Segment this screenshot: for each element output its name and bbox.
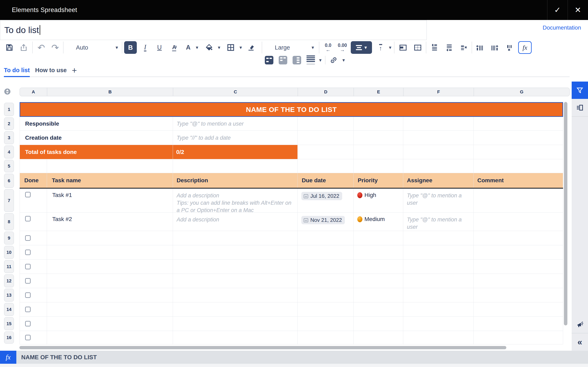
cell[interactable] [298,331,354,344]
cell[interactable] [474,302,563,317]
cell-due-date[interactable]: Nov 21, 2022 [298,213,354,231]
underline-button[interactable]: U [154,41,165,54]
cell[interactable] [403,159,474,173]
feedback-button[interactable] [572,316,588,333]
row-header-16[interactable]: 16 [4,332,14,343]
cell[interactable] [298,131,354,145]
font-size-dropdown[interactable]: Large ▾ [272,41,316,54]
task-done-checkbox[interactable] [25,307,31,312]
cell-done[interactable] [20,213,47,231]
cell-priority[interactable]: High [354,189,403,213]
increase-decimal-button[interactable]: 0.00→ [336,41,349,54]
cell-description[interactable]: Add a description Tips: you can add line… [173,189,298,213]
insert-row-above-button[interactable] [428,41,440,54]
cell[interactable] [354,131,403,145]
date-chip[interactable]: Nov 21, 2022 [301,216,345,224]
header-description[interactable]: Description [173,173,298,188]
cell[interactable] [20,231,47,245]
cell[interactable] [20,288,47,302]
cell-comment[interactable] [474,213,563,231]
horizontal-align-button[interactable]: ▾ [351,41,372,54]
vertical-align-button[interactable]: ↑ [375,41,386,54]
delete-row-button[interactable] [457,41,470,54]
cell[interactable] [20,159,47,173]
confirm-button[interactable]: ✓ [547,0,568,20]
text-color-button[interactable]: A [183,41,194,54]
table-style-sidebar-button[interactable] [291,55,303,65]
formula-fx-button[interactable]: fx [0,351,16,364]
select-all-button[interactable] [4,88,11,95]
decrease-decimal-button[interactable]: 0.0← [322,41,334,54]
cell[interactable] [354,231,403,245]
cell[interactable] [354,145,403,159]
bold-button[interactable]: B [124,41,137,54]
superscript-button[interactable]: A [168,41,180,54]
column-header-a[interactable]: A [20,88,47,96]
line-style-button[interactable] [305,55,316,65]
cell-assignee[interactable]: Type "@" to mention a user [403,213,474,231]
row-header-1[interactable]: 1 [4,103,14,116]
table-style-filled-button[interactable] [263,55,275,65]
filter-button[interactable] [572,82,588,99]
row-header-13[interactable]: 13 [4,289,14,301]
cell[interactable] [173,302,298,317]
cell-description[interactable]: Add a description [173,213,298,231]
reading-pane-button[interactable] [572,99,588,116]
cell[interactable] [474,245,563,259]
cell[interactable] [47,288,173,302]
cell[interactable] [47,317,173,331]
header-assignee[interactable]: Assignee [403,173,474,188]
spreadsheet-title-input[interactable]: To do list [0,20,427,40]
cell[interactable] [403,231,474,245]
borders-button[interactable] [225,41,236,54]
cell[interactable] [354,117,403,131]
cell[interactable] [298,117,354,131]
row-header-11[interactable]: 11 [4,260,14,273]
cell[interactable] [173,245,298,259]
close-button[interactable]: ✕ [568,0,588,20]
cell[interactable] [298,317,354,331]
cell[interactable] [403,317,474,331]
cell[interactable] [173,259,298,274]
cell-task-name[interactable]: Task #1 [47,189,173,213]
cell-task-name[interactable]: Task #2 [47,213,173,231]
row-header-3[interactable]: 3 [4,131,14,144]
cell[interactable] [474,317,563,331]
task-done-checkbox[interactable] [25,235,31,241]
cell[interactable] [354,288,403,302]
column-header-f[interactable]: F [403,88,474,96]
cell[interactable] [354,259,403,274]
cell[interactable] [474,274,563,288]
tab-to-do-list[interactable]: To do list [4,67,30,77]
cell[interactable] [403,288,474,302]
cell[interactable] [474,131,563,145]
row-header-12[interactable]: 12 [4,275,14,287]
cell[interactable] [354,245,403,259]
collapse-sidebar-button[interactable]: « [572,333,588,351]
cell-assignee[interactable]: Type "@" to mention a user [403,189,474,213]
formula-button[interactable]: fx [518,41,532,54]
task-done-checkbox[interactable] [25,264,31,269]
task-done-checkbox[interactable] [25,216,31,221]
vertical-scrollbar[interactable] [564,102,567,325]
cell[interactable] [20,274,47,288]
add-sheet-button[interactable]: + [72,66,77,75]
clear-formatting-button[interactable] [245,41,257,54]
column-header-e[interactable]: E [354,88,403,96]
cell[interactable] [298,259,354,274]
cell[interactable] [403,145,474,159]
cell[interactable] [403,331,474,344]
header-priority[interactable]: Priority [354,173,403,188]
cell-done[interactable] [20,189,47,213]
insert-row-below-button[interactable] [443,41,455,54]
row-header-2[interactable]: 2 [4,117,14,130]
header-task-name[interactable]: Task name [47,173,173,188]
delete-column-button[interactable] [503,41,515,54]
cell[interactable] [298,302,354,317]
text-color-dropdown[interactable]: ▾ [194,41,200,54]
cell-due-date[interactable]: Jul 16, 2022 [298,189,354,213]
cell[interactable] [474,288,563,302]
cell[interactable] [403,259,474,274]
row-header-4[interactable]: 4 [4,146,14,158]
cell-responsible-value[interactable]: Type "@" to mention a user [173,117,298,131]
